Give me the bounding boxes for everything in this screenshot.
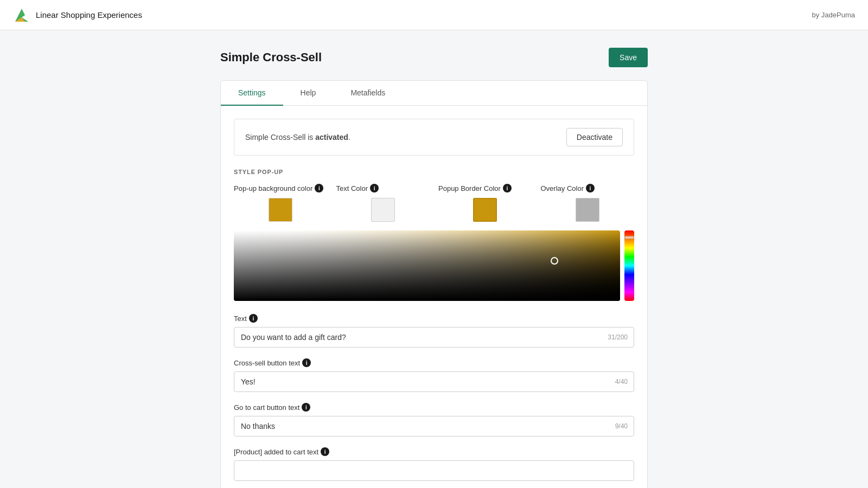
style-popup-section: STYLE POP-UP Pop-up background color i <box>234 169 634 301</box>
save-button[interactable]: Save <box>609 48 648 67</box>
product-added-field-group: [Product] added to cart text i <box>234 447 634 481</box>
tab-metafields[interactable]: Metafields <box>333 81 403 106</box>
text-color-info-icon[interactable]: i <box>370 184 379 192</box>
product-added-input[interactable] <box>234 460 634 481</box>
text-field-info-icon[interactable]: i <box>249 314 258 323</box>
color-picker-area[interactable] <box>234 230 634 301</box>
tabs-nav: Settings Help Metafields <box>221 81 647 106</box>
app-logo-icon <box>13 7 30 24</box>
go-to-cart-input[interactable] <box>234 416 634 436</box>
product-added-info-icon[interactable]: i <box>321 447 329 456</box>
cross-sell-button-field-group: Cross-sell button text i 4/40 <box>234 358 634 392</box>
page-title: Simple Cross-Sell <box>220 50 322 65</box>
style-section-label: STYLE POP-UP <box>234 169 634 175</box>
overlay-color-group: Overlay Color i <box>541 184 635 222</box>
main-content: Simple Cross-Sell Save Settings Help Met… <box>212 30 656 488</box>
go-to-cart-field-group: Go to cart button text i 9/40 <box>234 403 634 436</box>
bg-color-swatch[interactable] <box>269 198 292 222</box>
product-added-label: [Product] added to cart text i <box>234 447 634 456</box>
go-to-cart-label: Go to cart button text i <box>234 403 634 412</box>
overlay-color-swatch[interactable] <box>576 198 599 222</box>
by-label: by JadePuma <box>812 11 856 19</box>
text-color-label: Text Color i <box>336 184 379 192</box>
border-color-info-icon[interactable]: i <box>503 184 512 192</box>
overlay-color-info-icon[interactable]: i <box>586 184 595 192</box>
color-pickers-row: Pop-up background color i Text Color i <box>234 184 634 222</box>
activation-banner: Simple Cross-Sell is activated. Deactiva… <box>234 119 634 156</box>
deactivate-button[interactable]: Deactivate <box>566 128 623 146</box>
settings-card: Settings Help Metafields Simple Cross-Se… <box>220 80 648 488</box>
cross-sell-button-label: Cross-sell button text i <box>234 358 634 367</box>
text-field-counter: 31/200 <box>608 333 628 341</box>
text-color-swatch[interactable] <box>371 198 395 222</box>
text-color-group: Text Color i <box>336 184 430 222</box>
bg-color-label: Pop-up background color i <box>234 184 323 192</box>
cross-sell-button-info-icon[interactable]: i <box>302 358 311 367</box>
text-field-group: Text i 31/200 <box>234 314 634 348</box>
hue-cursor <box>624 236 634 239</box>
border-color-label: Popup Border Color i <box>438 184 512 192</box>
text-field-label: Text i <box>234 314 634 323</box>
gradient-black-overlay <box>234 230 620 301</box>
overlay-color-label: Overlay Color i <box>541 184 595 192</box>
activation-status-text: Simple Cross-Sell is activated. <box>245 133 350 142</box>
go-to-cart-counter: 9/40 <box>615 422 628 430</box>
tab-help[interactable]: Help <box>283 81 334 106</box>
header-left: Linear Shopping Experiences <box>13 7 142 24</box>
go-to-cart-info-icon[interactable]: i <box>302 403 310 412</box>
cross-sell-button-input[interactable] <box>234 371 634 392</box>
hue-slider[interactable] <box>624 230 634 301</box>
border-color-swatch[interactable] <box>473 198 497 222</box>
text-field-input[interactable] <box>234 327 634 348</box>
bg-color-group: Pop-up background color i <box>234 184 328 222</box>
gradient-canvas[interactable] <box>234 230 620 301</box>
app-header: Linear Shopping Experiences by JadePuma <box>0 0 868 30</box>
border-color-group: Popup Border Color i <box>438 184 532 222</box>
bg-color-info-icon[interactable]: i <box>315 184 323 192</box>
cross-sell-button-counter: 4/40 <box>615 378 628 386</box>
page-header: Simple Cross-Sell Save <box>220 48 648 67</box>
tab-content-settings: Simple Cross-Sell is activated. Deactiva… <box>221 106 647 488</box>
app-title: Linear Shopping Experiences <box>36 10 142 20</box>
tab-settings[interactable]: Settings <box>221 81 283 106</box>
